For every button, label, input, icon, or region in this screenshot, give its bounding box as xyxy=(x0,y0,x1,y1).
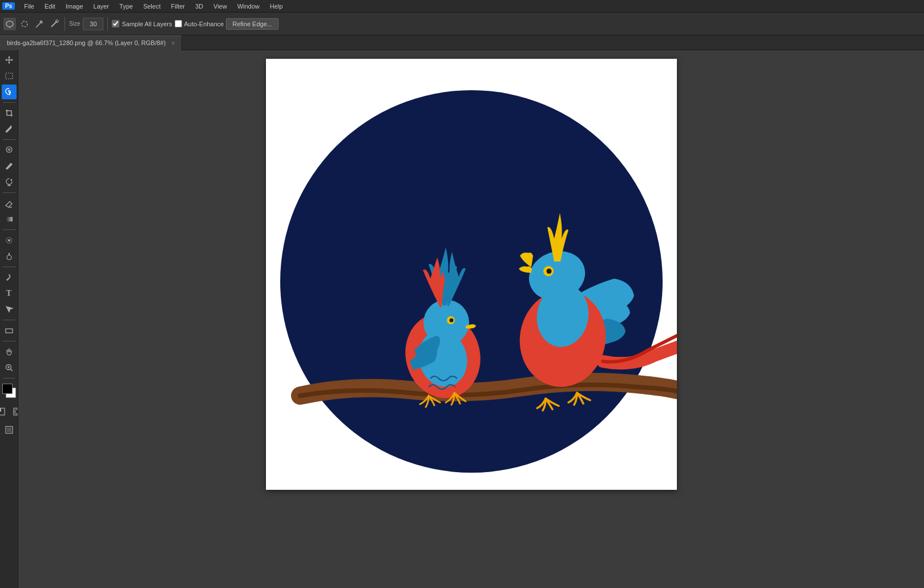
tool-move[interactable] xyxy=(2,53,17,67)
tab-bar: birds-ga2ba6f371_1280.png @ 66.7% (Layer… xyxy=(0,35,924,50)
menu-layer[interactable]: Layer xyxy=(89,2,114,11)
tool-separator-2 xyxy=(3,139,15,140)
menu-select[interactable]: Select xyxy=(139,2,166,11)
menu-edit[interactable]: Edit xyxy=(40,2,60,11)
tool-separator-5 xyxy=(3,267,15,267)
menu-filter[interactable]: Filter xyxy=(166,2,189,11)
tool-brush[interactable] xyxy=(2,159,17,174)
tool-quick-mask[interactable] xyxy=(10,404,19,419)
canvas-container xyxy=(266,59,677,490)
tool-separator-3 xyxy=(3,192,15,193)
svg-point-0 xyxy=(6,21,13,27)
brush-size-input[interactable]: 30 xyxy=(83,18,103,30)
tool-separator-6 xyxy=(3,320,15,320)
left-toolbox: T xyxy=(0,50,18,588)
tool-separator-1 xyxy=(3,102,15,103)
tool-eraser[interactable] xyxy=(2,196,17,211)
auto-enhance-checkbox[interactable] xyxy=(175,20,182,27)
options-toolbar: Size 30 Sample All Layers Auto-Enhance R… xyxy=(0,13,924,35)
tool-gradient[interactable] xyxy=(2,212,17,227)
svg-line-20 xyxy=(10,369,13,372)
brush-size-group: Size 30 xyxy=(69,18,103,30)
svg-rect-24 xyxy=(0,408,1,412)
menu-file[interactable]: File xyxy=(19,2,39,11)
tool-zoom[interactable] xyxy=(2,360,17,375)
tool-icon-wand3[interactable] xyxy=(48,18,60,30)
menu-3d[interactable]: 3D xyxy=(191,2,208,11)
auto-enhance-label[interactable]: Auto-Enhance xyxy=(175,20,224,27)
tool-separator-4 xyxy=(3,229,15,230)
sample-all-layers-label[interactable]: Sample All Layers xyxy=(112,20,172,27)
tool-pen[interactable] xyxy=(2,270,17,285)
tool-eyedropper[interactable] xyxy=(2,122,17,136)
tool-marquee[interactable] xyxy=(2,69,17,83)
svg-rect-5 xyxy=(6,73,13,79)
type-icon: T xyxy=(6,289,11,298)
tab-close-icon[interactable]: × xyxy=(171,40,175,46)
tool-lasso[interactable] xyxy=(2,84,17,99)
color-swatches xyxy=(1,384,17,400)
refine-edge-button[interactable]: Refine Edge... xyxy=(226,18,279,30)
tool-normal-mode[interactable] xyxy=(0,404,9,419)
tool-blur[interactable] xyxy=(2,233,17,248)
tool-screen-mode[interactable] xyxy=(2,422,17,437)
menu-type[interactable]: Type xyxy=(115,2,138,11)
tool-hand[interactable] xyxy=(2,344,17,359)
sample-all-layers-checkbox[interactable] xyxy=(112,20,119,27)
svg-point-2 xyxy=(22,21,27,27)
document-tab[interactable]: birds-ga2ba6f371_1280.png @ 66.7% (Layer… xyxy=(0,35,182,50)
tool-clone[interactable] xyxy=(2,175,17,190)
toolbar-divider-2 xyxy=(107,17,108,31)
main-area: T xyxy=(0,50,924,588)
foreground-color-swatch[interactable] xyxy=(2,384,13,394)
tool-type[interactable]: T xyxy=(2,286,17,301)
tool-healing[interactable] xyxy=(2,143,17,158)
tab-title: birds-ga2ba6f371_1280.png @ 66.7% (Layer… xyxy=(7,39,166,46)
tool-icon-wand1[interactable] xyxy=(18,18,31,30)
svg-point-30 xyxy=(280,90,663,473)
canvas-area xyxy=(18,50,924,588)
tool-dodge[interactable] xyxy=(2,249,17,264)
tool-crop[interactable] xyxy=(2,106,17,120)
svg-point-40 xyxy=(546,269,551,274)
canvas-artwork xyxy=(266,59,677,490)
menu-image[interactable]: Image xyxy=(61,2,88,11)
tool-shape[interactable] xyxy=(2,323,17,338)
svg-point-16 xyxy=(7,255,11,260)
tool-icon-lasso[interactable] xyxy=(3,18,16,30)
menu-window[interactable]: Window xyxy=(233,2,264,11)
brush-size-label: Size xyxy=(69,21,80,27)
menu-help[interactable]: Help xyxy=(265,2,288,11)
svg-point-35 xyxy=(449,319,453,323)
svg-point-15 xyxy=(8,239,10,241)
toolbar-divider-1 xyxy=(64,17,65,31)
svg-rect-18 xyxy=(6,329,13,333)
ps-logo: Ps xyxy=(2,2,15,10)
menu-bar: Ps File Edit Image Layer Type Select Fil… xyxy=(0,0,924,13)
tool-path-select[interactable] xyxy=(2,302,17,317)
quick-mask-group xyxy=(0,404,18,419)
menu-view[interactable]: View xyxy=(209,2,232,11)
tool-separator-8 xyxy=(3,378,15,378)
tool-icon-wand2[interactable] xyxy=(33,18,46,30)
tool-separator-7 xyxy=(3,341,15,341)
svg-rect-13 xyxy=(6,217,13,221)
svg-rect-28 xyxy=(7,428,11,432)
